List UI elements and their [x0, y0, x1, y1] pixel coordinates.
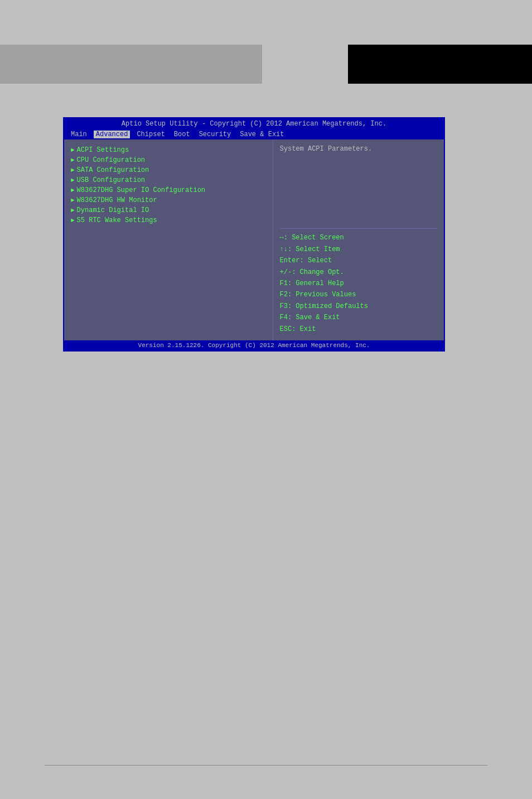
- entry-sata-config[interactable]: ► SATA Configuration: [71, 165, 266, 175]
- key-select-screen: ↔: Select Screen: [280, 232, 437, 243]
- menu-item-boot[interactable]: Boot: [172, 131, 192, 138]
- arrow-icon-superio: ►: [71, 187, 75, 194]
- header-left-bar: [0, 45, 262, 84]
- bottom-line: [45, 765, 487, 766]
- key-help-section: ↔: Select Screen ↑↓: Select Item Enter: …: [280, 232, 437, 335]
- arrow-icon-sata: ►: [71, 167, 75, 174]
- menu-item-save-exit[interactable]: Save & Exit: [238, 131, 286, 138]
- arrow-icon-ddio: ►: [71, 207, 75, 214]
- header-right-bar: [348, 45, 532, 84]
- key-enter-select: Enter: Select: [280, 255, 437, 266]
- key-f2-prev: F2: Previous Values: [280, 289, 437, 300]
- key-f4-save: F4: Save & Exit: [280, 312, 437, 323]
- help-text: System ACPI Parameters.: [280, 145, 437, 225]
- menu-item-advanced[interactable]: Advanced: [94, 131, 130, 138]
- entry-superio-config[interactable]: ► W83627DHG Super IO Configuration: [71, 185, 266, 195]
- bios-container: Aptio Setup Utility - Copyright (C) 2012…: [63, 117, 445, 352]
- arrow-icon-acpi: ►: [71, 147, 75, 153]
- bios-body: ► ACPI Settings ► CPU Configuration ► SA…: [64, 139, 444, 340]
- entry-acpi-settings[interactable]: ► ACPI Settings: [71, 145, 266, 155]
- arrow-icon-s5rtc: ►: [71, 217, 75, 224]
- entry-hw-monitor[interactable]: ► W83627DHG HW Monitor: [71, 195, 266, 205]
- arrow-icon-hwmon: ►: [71, 197, 75, 204]
- key-change-opt: +/-: Change Opt.: [280, 267, 437, 278]
- bios-title: Aptio Setup Utility - Copyright (C) 2012…: [64, 118, 444, 129]
- key-f1-help: F1: General Help: [280, 278, 437, 289]
- arrow-icon-cpu: ►: [71, 157, 75, 163]
- entry-usb-config[interactable]: ► USB Configuration: [71, 175, 266, 185]
- bios-footer: Version 2.15.1226. Copyright (C) 2012 Am…: [64, 340, 444, 350]
- arrow-icon-usb: ►: [71, 177, 75, 184]
- bios-right-panel: System ACPI Parameters. ↔: Select Screen…: [273, 139, 444, 340]
- menu-item-security[interactable]: Security: [197, 131, 234, 138]
- entry-cpu-config[interactable]: ► CPU Configuration: [71, 155, 266, 165]
- key-f3-defaults: F3: Optimized Defaults: [280, 301, 437, 312]
- entry-dynamic-digital-io[interactable]: ► Dynamic Digital IO: [71, 205, 266, 215]
- key-esc-exit: ESC: Exit: [280, 324, 437, 335]
- bios-menu-bar: Main Advanced Chipset Boot Security Save…: [64, 129, 444, 139]
- bios-left-panel: ► ACPI Settings ► CPU Configuration ► SA…: [64, 139, 273, 340]
- menu-item-main[interactable]: Main: [69, 131, 89, 138]
- menu-item-chipset[interactable]: Chipset: [134, 131, 167, 138]
- entry-s5-rtc[interactable]: ► S5 RTC Wake Settings: [71, 215, 266, 225]
- key-select-item: ↑↓: Select Item: [280, 244, 437, 255]
- divider: [280, 228, 437, 229]
